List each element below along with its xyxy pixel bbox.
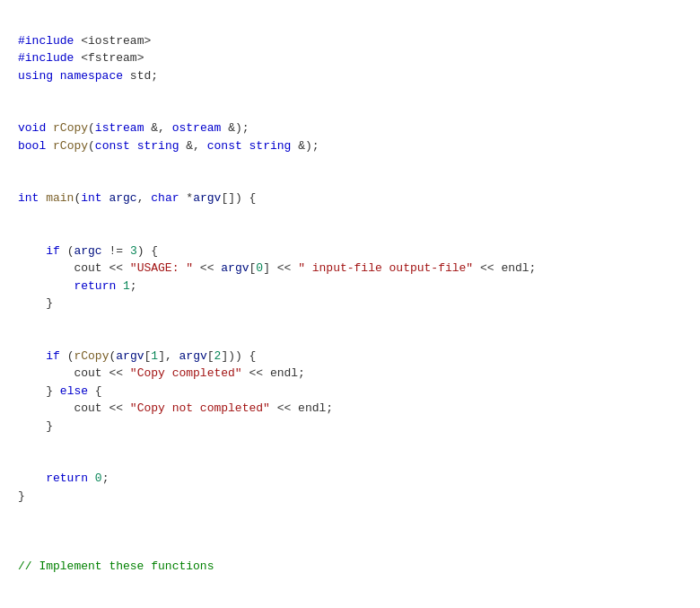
line-15: } xyxy=(18,419,53,433)
line-12: cout << "Copy completed" << endl; xyxy=(18,366,305,380)
line-blank-6 xyxy=(18,524,25,538)
line-11: if (rCopy(argv[1], argv[2])) { xyxy=(18,349,256,363)
line-17: } xyxy=(18,489,25,503)
line-2: #include <fstream> xyxy=(18,51,144,65)
line-1: #include <iostream> xyxy=(18,34,151,48)
line-blank-5 xyxy=(18,454,25,468)
line-16: return 0; xyxy=(18,471,109,485)
line-blank-4 xyxy=(18,331,25,345)
line-13: } else { xyxy=(18,384,102,398)
line-3: using namespace std; xyxy=(18,69,158,83)
line-blank-2 xyxy=(18,174,25,188)
line-blank-8 xyxy=(18,595,25,608)
line-blank-3 xyxy=(18,226,25,240)
line-14: cout << "Copy not completed" << endl; xyxy=(18,401,333,415)
line-18: // Implement these functions xyxy=(18,560,214,573)
line-6: int main(int argc, char *argv[]) { xyxy=(18,191,256,205)
code-editor: #include <iostream> #include <fstream> u… xyxy=(18,14,682,608)
line-4: void rCopy(istream &, ostream &); xyxy=(18,121,249,135)
line-5: bool rCopy(const string &, const string … xyxy=(18,139,319,153)
line-7: if (argc != 3) { xyxy=(18,244,158,258)
line-blank-1 xyxy=(18,104,25,118)
line-blank-7 xyxy=(18,542,25,555)
line-8: cout << "USAGE: " << argv[0] << " input-… xyxy=(18,261,536,275)
line-10: } xyxy=(18,296,53,310)
line-9: return 1; xyxy=(18,279,137,293)
